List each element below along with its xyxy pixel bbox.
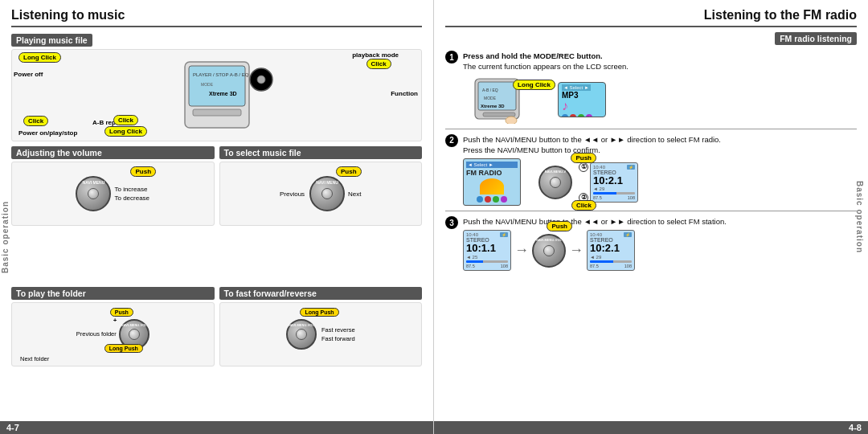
stereo-bar-3 (590, 260, 632, 263)
battery-1: ⚡ (627, 165, 635, 170)
left-sidebar-label: Basic operation (1, 201, 10, 273)
step-2-text: Push the NAVI/MENU button to the ◄◄ or ►… (463, 134, 857, 156)
previous-label: Previous (280, 190, 305, 198)
playing-section: Playing music file PLAYER / STOP A-B / E… (11, 32, 422, 141)
svg-point-7 (257, 76, 265, 84)
folder-diagram: Previous folder NAVI-MENU-VOL + Push Lon… (11, 302, 215, 366)
step-3-knob-center (543, 245, 555, 256)
fm-header: FM radio listening (775, 32, 857, 45)
right-content: Listening to the FM radio FM radio liste… (445, 8, 857, 423)
stereo-screen-1: 10:40 ⚡ STEREO 10:2.1 ◄ 29 87.5 108 (590, 162, 638, 203)
to-decrease-label: To decrease (114, 194, 149, 202)
stereo-nums-1: 87.5 108 (593, 195, 635, 200)
fastforward-section: To fast forward/reverse NAVI-MENU-VOL Fa… (219, 287, 423, 423)
svg-text:A-B / EQ: A-B / EQ (482, 88, 498, 92)
folder-section: To play the folder Previous folder NAVI-… (11, 287, 215, 423)
page-container: Basic operation Listening to music Playi… (0, 0, 868, 434)
ff-inner: NAVI-MENU-VOL Fast reverse Fast forward … (286, 319, 355, 350)
svg-text:Xtreme 3D: Xtreme 3D (209, 91, 237, 96)
select-inner: Previous NAVI MENU Next Push (280, 176, 362, 211)
navi-top4: NAVI-MENU-VOL (289, 323, 314, 327)
ff-labels: Fast reverse Fast forward (321, 326, 355, 342)
select-knob-center (321, 188, 333, 199)
navi-top-step3: NAVI-MENU-VOL (536, 238, 562, 242)
knob-center (88, 188, 99, 199)
folder-knob-center (129, 329, 140, 340)
longpush-ff: Long Push (300, 308, 338, 317)
function-label: Function (391, 90, 418, 97)
fm-radio-screen: ◄ Select ► FM RADIO (463, 158, 521, 206)
step-1-text: Press and hold the MODE/REC button. The … (463, 51, 857, 72)
push-bubble-vol: Push (130, 166, 156, 177)
push-bubble-sel: Push (336, 166, 362, 177)
step-3-knob: NAVI-MENU-VOL (532, 234, 566, 268)
next-label: Next (348, 190, 361, 198)
step-1-content: Press and hold the MODE/REC button. The … (463, 51, 857, 124)
click-bubble-step2: Click (571, 200, 596, 211)
mid-sections-row: Adjusting the volume NAVI MENU To increa… (11, 146, 422, 282)
left-page-num: 4-7 (0, 421, 433, 434)
push-bubble-folder: Push (110, 308, 133, 317)
playing-diagram: PLAYER / STOP A-B / EQ MODE Xtreme 3D Lo… (11, 49, 422, 141)
long-click-callout-1: Long Click (18, 52, 61, 63)
step-2-knob-center (550, 177, 561, 188)
step-divider-1 (445, 129, 857, 129)
adjusting-section: Adjusting the volume NAVI MENU To increa… (11, 146, 215, 282)
step-2-circle-1: ① (579, 162, 588, 172)
svg-rect-5 (193, 109, 241, 116)
fastforward-header: To fast forward/reverse (219, 287, 423, 300)
folder-header: To play the folder (11, 287, 215, 300)
next-label-wrap: Next (348, 190, 361, 198)
navi-top-label: NAVI MENU (83, 180, 105, 185)
step-3-diagram: 10:40 ⚡ STEREO 10:1.1 ◄ 25 87.5 108 (463, 230, 857, 270)
device-svg: PLAYER / STOP A-B / EQ MODE Xtreme 3D (137, 55, 297, 136)
right-panel: Basic operation Listening to the FM radi… (434, 0, 868, 434)
stereo-freq-3: 10:2.1 (590, 243, 632, 254)
stereo-nums-3: 87.5 108 (590, 264, 632, 268)
step-1-num: 1 (445, 51, 458, 63)
stereo-bar-2 (466, 260, 508, 263)
step-2-knob: NAVI-MENU-V (538, 166, 572, 199)
svg-point-14 (506, 117, 517, 124)
prev-folder-label: Previous folder (76, 330, 117, 338)
fastforward-diagram: NAVI-MENU-VOL Fast reverse Fast forward … (219, 302, 423, 366)
navi-top-step2: NAVI-MENU-V (545, 170, 566, 174)
navi-top3: NAVI-MENU-VOL (121, 323, 147, 327)
step-2-content: Push the NAVI/MENU button to the ◄◄ or ►… (463, 134, 857, 207)
step-1-device: A-B / EQ MODE Xtreme 3D Long Click (463, 76, 551, 124)
fm-icon (480, 178, 504, 194)
svg-text:MODE: MODE (484, 96, 497, 100)
long-click-bubble-step1: Long Click (513, 76, 555, 90)
bottom-sections-row: To play the folder Previous folder NAVI-… (11, 287, 422, 423)
step-2-num: 2 (445, 134, 458, 147)
push-bubble-step3: Push (547, 221, 572, 231)
step-divider-2 (445, 211, 857, 211)
left-content: Listening to music Playing music file PL… (11, 8, 422, 423)
to-increase-label: To increase (114, 186, 149, 193)
fm-radio-label: FM RADIO (466, 169, 518, 177)
plus-sign: + (113, 317, 117, 324)
battery-2: ⚡ (500, 232, 508, 237)
fast-reverse-label: Fast reverse (321, 326, 355, 334)
step-1-row: 1 Press and hold the MODE/REC button. Th… (445, 51, 857, 124)
stereo-bar-1 (593, 192, 635, 194)
power-on-label: Power on/play/stop (18, 129, 77, 137)
battery-3: ⚡ (624, 232, 632, 237)
select-header: To select music file (219, 146, 423, 159)
power-off-label: Power off (14, 71, 43, 78)
right-page-title: Listening to the FM radio (445, 8, 857, 27)
adjusting-header: Adjusting the volume (11, 146, 215, 159)
step-2-knob-wrap: NAVI-MENU-V ① Push ② Click (538, 166, 572, 199)
adjusting-inner: NAVI MENU To increase To decrease Push (76, 176, 149, 211)
step-3-content: Push the NAVI/MENU button to the ◄◄ or ►… (463, 216, 857, 271)
step-3-text: Push the NAVI/MENU button to the ◄◄ or ►… (463, 216, 857, 227)
channel-2: ◄ 25 (466, 255, 508, 260)
fm-header-wrap: FM radio listening (445, 32, 857, 47)
arrow-right-2: → (569, 242, 583, 259)
channel-1: ◄ 29 (593, 186, 635, 191)
next-folder-label: Next folder (20, 355, 49, 362)
volume-labels: To increase To decrease (114, 186, 149, 202)
longpush-folder: Long Push (104, 344, 143, 353)
select-bar: ◄ Select ► (562, 84, 591, 91)
push-bubble-step2: Push (571, 153, 596, 163)
